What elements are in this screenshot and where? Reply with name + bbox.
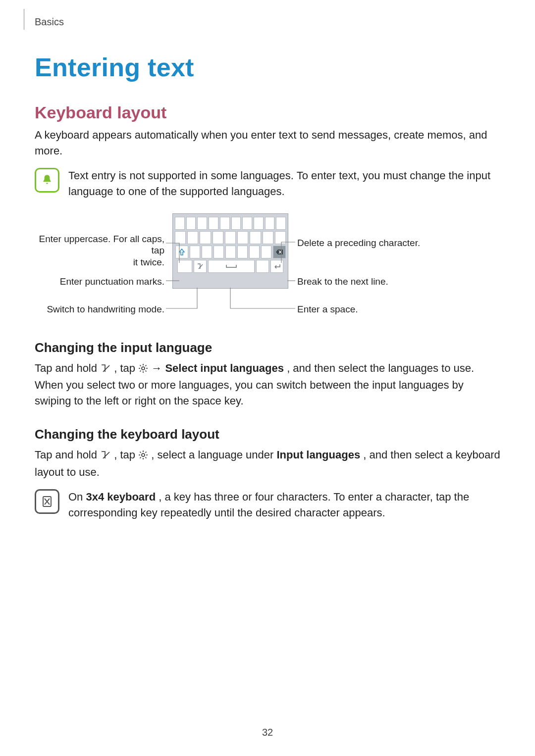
note-language-support: Text entry is not supported in some lang… bbox=[35, 168, 500, 200]
gear-icon bbox=[138, 449, 148, 464]
section-label: Basics bbox=[35, 16, 64, 28]
txt: Tap and hold bbox=[35, 449, 100, 461]
svg-point-1 bbox=[142, 454, 145, 456]
txt: On bbox=[68, 491, 86, 503]
bold-select-input-languages: Select input languages bbox=[165, 362, 284, 374]
bold-input-languages: Input languages bbox=[276, 449, 360, 461]
para-input-language: Tap and hold , tap → Select input langua… bbox=[35, 360, 500, 409]
heading-keyboard-layout: Keyboard layout bbox=[35, 103, 500, 122]
para-keyboard-intro: A keyboard appears automatically when yo… bbox=[35, 127, 500, 159]
txt: , select a language under bbox=[151, 449, 276, 461]
para-keyboard-layout-change: Tap and hold , tap , select a language u… bbox=[35, 447, 500, 480]
heading-keyboard-layout-change: Changing the keyboard layout bbox=[35, 427, 500, 442]
keyboard-diagram: Enter uppercase. For all caps, tap it tw… bbox=[35, 213, 500, 322]
arrow: → bbox=[151, 362, 165, 374]
t-pen-icon bbox=[100, 449, 111, 464]
page-title: Entering text bbox=[35, 52, 500, 82]
gear-icon bbox=[138, 362, 148, 378]
heading-input-language: Changing the input language bbox=[35, 340, 500, 355]
note-3x4-keyboard: On 3x4 keyboard , a key has three or fou… bbox=[35, 489, 500, 521]
bell-icon bbox=[35, 168, 59, 193]
txt: , tap bbox=[114, 449, 138, 461]
t-pen-icon bbox=[100, 362, 111, 378]
header-rule bbox=[24, 9, 24, 30]
txt: , tap bbox=[114, 362, 138, 374]
txt: Tap and hold bbox=[35, 362, 100, 374]
svg-point-0 bbox=[142, 367, 145, 370]
note-3x4-text: On 3x4 keyboard , a key has three or fou… bbox=[68, 489, 500, 521]
page-number: 32 bbox=[0, 727, 535, 738]
note-language-text: Text entry is not supported in some lang… bbox=[68, 168, 500, 200]
bold-3x4: 3x4 keyboard bbox=[86, 491, 156, 503]
note-icon bbox=[35, 489, 59, 514]
